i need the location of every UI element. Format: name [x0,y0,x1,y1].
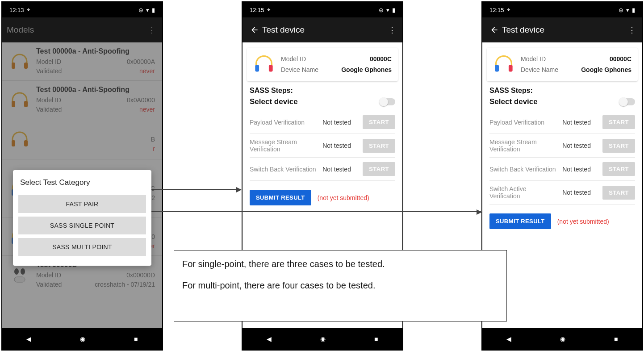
nav-bar: ◀ ◉ ■ [2,328,162,350]
nav-bar: ◀ ◉ ■ [482,328,642,350]
app-bar: Test device ⋮ [482,17,642,42]
nav-bar: ◀ ◉ ■ [243,328,402,350]
device-name: Google Gphones [341,65,392,75]
step-row: Message Stream Verification Not tested S… [489,134,635,158]
submit-status: (not yet submitted) [318,194,369,201]
status-bar: 12:13 ⌖ ⊖ ▾ ▮ [2,2,162,17]
select-device-toggle[interactable] [380,98,395,105]
step-status: Not tested [562,142,598,149]
start-button[interactable]: START [602,115,635,129]
step-label: Message Stream Verification [489,138,558,153]
device-info-card: Model ID00000C Device NameGoogle Gphones [487,48,638,81]
debug-icon: ⌖ [267,6,270,13]
step-label: Message Stream Verification [250,138,318,153]
step-row: Payload Verification Not tested START [489,111,635,134]
battery-icon: ▮ [632,7,635,13]
step-row: Switch Back Verification Not tested STAR… [250,158,395,181]
nav-back-icon[interactable]: ◀ [506,335,511,342]
sass-steps-label: SASS Steps: [489,87,635,95]
step-row: Switch Back Verification Not tested STAR… [489,158,635,181]
step-label: Switch Back Verification [489,166,558,173]
battery-icon: ▮ [152,7,155,13]
sass-multi-point-button[interactable]: SASS MULTI POINT [18,238,146,256]
start-button[interactable]: START [363,139,395,153]
step-row: Switch Active Verification Not tested ST… [489,181,635,205]
start-button[interactable]: START [602,139,635,153]
submit-result-button[interactable]: SUBMIT RESULT [489,213,551,229]
back-icon[interactable] [247,25,262,34]
headphones-icon [253,53,275,76]
step-row: Message Stream Verification Not tested S… [250,134,395,158]
status-time: 12:15 [250,7,264,13]
debug-icon: ⌖ [27,6,30,13]
phone-models-list: 12:13 ⌖ ⊖ ▾ ▮ Models ⋮ Test 00000a - Ant… [1,1,163,351]
nav-home-icon[interactable]: ◉ [560,335,565,342]
model-id: 00000C [610,54,631,65]
nav-recent-icon[interactable]: ■ [374,335,378,342]
device-name-label: Device Name [521,65,558,75]
step-status: Not tested [322,166,358,173]
device-name-label: Device Name [281,65,318,75]
select-device-label: Select device [489,97,538,106]
more-icon[interactable]: ⋮ [385,25,399,35]
submit-result-button[interactable]: SUBMIT RESULT [250,190,311,205]
step-status: Not tested [562,119,598,126]
models-body: Test 00000a - Anti-Spoofing Model ID0x00… [2,42,162,328]
start-button[interactable]: START [363,115,395,129]
model-id: 00000C [370,54,392,65]
back-icon[interactable] [487,25,502,34]
dnd-icon: ⊖ [138,7,143,13]
nav-back-icon[interactable]: ◀ [26,335,31,342]
step-label: Payload Verification [250,119,318,126]
status-bar: 12:15 ⌖ ⊖ ▾ ▮ [482,2,642,17]
caption-multi: For multi-point, there are four cases to… [182,279,498,292]
step-status: Not tested [322,119,358,126]
step-status: Not tested [562,189,598,196]
fast-pair-button[interactable]: FAST PAIR [18,195,146,213]
sass-single-point-button[interactable]: SASS SINGLE POINT [18,217,146,234]
start-button[interactable]: START [363,162,395,176]
nav-recent-icon[interactable]: ■ [134,335,138,342]
debug-icon: ⌖ [507,6,510,13]
battery-icon: ▮ [392,7,395,13]
sass-steps-label: SASS Steps: [250,87,395,95]
caption-single: For single-point, there are three cases … [182,258,498,270]
dnd-icon: ⊖ [619,7,623,13]
nav-recent-icon[interactable]: ■ [614,335,618,342]
more-icon[interactable]: ⋮ [145,25,159,35]
select-device-label: Select device [250,97,298,106]
step-status: Not tested [322,142,358,149]
select-device-row: Select device [250,97,395,106]
start-button[interactable]: START [602,162,635,176]
page-title: Test device [262,25,398,35]
submit-row: SUBMIT RESULT (not yet submitted) [250,190,395,205]
more-icon[interactable]: ⋮ [625,25,639,35]
model-id-label: Model ID [521,54,546,65]
status-time: 12:13 [9,7,24,13]
nav-home-icon[interactable]: ◉ [80,335,85,342]
step-status: Not tested [562,166,598,173]
status-bar: 12:15 ⌖ ⊖ ▾ ▮ [243,2,402,17]
model-id-label: Model ID [281,54,306,65]
svg-rect-14 [269,65,273,71]
arrow-single-point [148,189,241,190]
device-info-card: Model ID00000C Device NameGoogle Gphones [247,48,398,81]
step-label: Payload Verification [489,119,558,126]
svg-rect-16 [509,65,513,71]
step-label: Switch Back Verification [250,166,318,173]
caption-box: For single-point, there are three cases … [174,250,507,322]
page-title: Test device [502,25,638,35]
nav-home-icon[interactable]: ◉ [320,335,326,342]
select-test-category-dialog: Select Test Category FAST PAIR SASS SING… [13,170,151,266]
step-row: Payload Verification Not tested START [250,111,395,134]
svg-rect-15 [495,65,499,71]
app-bar: Test device ⋮ [243,17,402,42]
dnd-icon: ⊖ [379,7,384,13]
select-device-row: Select device [489,97,635,106]
nav-back-icon[interactable]: ◀ [267,335,272,342]
start-button[interactable]: START [602,186,635,200]
step-label: Switch Active Verification [489,185,558,200]
status-time: 12:15 [489,7,504,13]
select-device-toggle[interactable] [620,98,635,105]
app-bar: Models ⋮ [2,17,162,42]
